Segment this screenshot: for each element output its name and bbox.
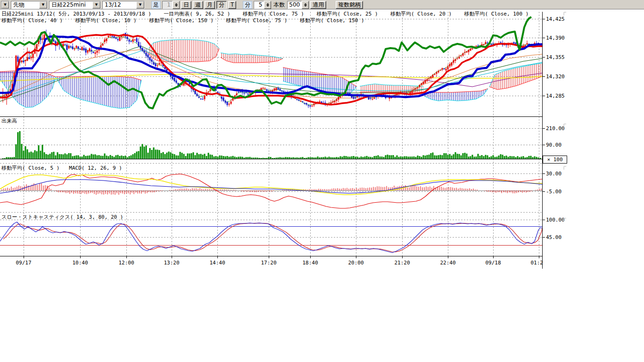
axis-label: 10:40 — [72, 260, 88, 266]
stoch-pane-label: スロー・ストキャスティクス( 14, 3, 80, 20 ) — [1, 214, 123, 221]
axis-label: 17:20 — [261, 260, 276, 266]
axis-label: 14,355 — [546, 54, 565, 60]
axis-label: 21:20 — [394, 260, 410, 266]
chart-header-line2: 移動平均( Close, 40 ) 移動平均( Close, 10 ) 移動平均… — [1, 17, 364, 24]
axis-label: 14:40 — [209, 260, 225, 266]
axis-label: 13:20 — [164, 260, 179, 266]
axis-label: 14,320 — [546, 74, 565, 80]
volume-pane-label: 出来高 — [1, 117, 17, 124]
volume-multiplier-badge: × 100 — [543, 156, 567, 164]
axis-label: 12:00 — [118, 260, 134, 266]
axis-label: 22:40 — [440, 260, 455, 266]
axis-label: 90.00 — [546, 142, 561, 148]
axis-label: 09/17 — [16, 260, 31, 266]
axis-label: 100.00 — [546, 217, 565, 223]
stoch-layer — [0, 222, 542, 253]
axis-label: 14,390 — [546, 35, 565, 41]
axis-label: 14,285 — [546, 93, 565, 99]
axis-label: 20:00 — [348, 260, 363, 266]
axis-label: 210.00 — [546, 125, 565, 132]
axis-label: -5.00 — [546, 189, 561, 195]
axis-label: 45.00 — [546, 234, 561, 240]
macd-layer — [0, 174, 542, 208]
axis-label: 09/18 — [485, 260, 501, 266]
axis-label: 14,425 — [546, 16, 565, 22]
axis-label: 18:40 — [302, 260, 318, 266]
axis-label: 01:2 — [531, 260, 544, 266]
macd-pane-label: 移動平均( Close, 5 ) MACD( 12, 26, 9 ) — [1, 165, 122, 172]
chart-header-line1: 日経225mini 13/12( 5分, 2013/09/13 - 2013/0… — [1, 10, 528, 17]
axis-label: 30.00 — [546, 171, 561, 177]
chart-canvas[interactable]: 14,42514,39014,35514,32014,285210.0090.0… — [0, 0, 644, 362]
